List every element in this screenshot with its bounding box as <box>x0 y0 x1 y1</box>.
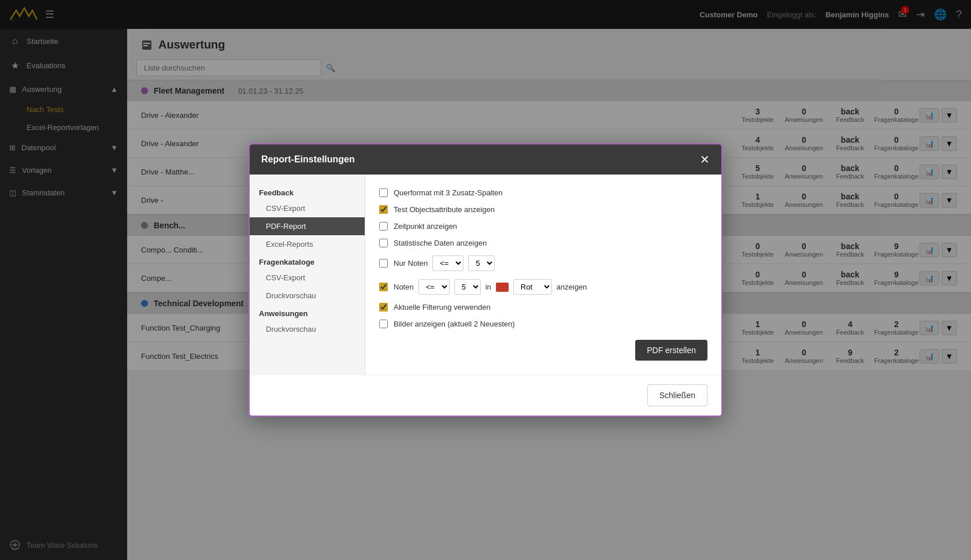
querformat-label: Querformat mit 3 Zusatz-Spalten <box>394 188 503 197</box>
nur-noten-value-select[interactable]: 512346 <box>468 255 495 271</box>
aktuelle-filterung-label: Aktuelle Filterung verwenden <box>394 303 491 311</box>
modal-group-feedback: Feedback <box>250 184 365 199</box>
option-test-objectsattribute: Test Objectsattribute anzeigen <box>379 205 707 214</box>
nur-noten-controls: Nur Noten <=>== 512346 <box>394 255 495 271</box>
modal-report-settings: Report-Einstellungen ✕ Feedback CSV-Expo… <box>249 143 722 417</box>
modal-item-csv-export-feedback[interactable]: CSV-Export <box>250 199 365 217</box>
option-noten: Noten <=>== 512346 in RotGelbGrünBlau an… <box>379 279 707 295</box>
noten-controls: Noten <=>== 512346 in RotGelbGrünBlau an… <box>394 279 587 295</box>
option-nur-noten: Nur Noten <=>== 512346 <box>379 255 707 271</box>
noten-suffix-label: anzeigen <box>557 283 587 291</box>
modal-body: Feedback CSV-Export PDF-Report Excel-Rep… <box>250 175 721 374</box>
color-swatch-rot <box>496 283 509 292</box>
modal-group-fragenkataloge: Fragenkataloge <box>250 253 365 269</box>
modal-options-panel: Querformat mit 3 Zusatz-Spalten Test Obj… <box>365 175 721 374</box>
aktuelle-filterung-checkbox[interactable] <box>379 303 388 311</box>
zeitpunkt-checkbox[interactable] <box>379 222 388 231</box>
modal-footer: Schließen <box>250 374 721 416</box>
nur-noten-checkbox[interactable] <box>379 259 388 268</box>
noten-in-label: in <box>485 283 491 291</box>
modal-item-pdf-report[interactable]: PDF-Report <box>250 217 365 235</box>
pdf-action-row: PDF erstellen <box>379 340 707 361</box>
modal-item-druckvorschau-anw[interactable]: Druckvorschau <box>250 320 365 338</box>
noten-label: Noten <box>394 283 414 291</box>
statistische-label: Statistische Daten anzeigen <box>394 239 487 247</box>
nur-noten-label: Nur Noten <box>394 259 428 268</box>
modal-header: Report-Einstellungen ✕ <box>250 144 721 175</box>
noten-checkbox[interactable] <box>379 283 388 291</box>
option-querformat: Querformat mit 3 Zusatz-Spalten <box>379 188 707 197</box>
test-objectsattribute-checkbox[interactable] <box>379 205 388 214</box>
modal-overlay[interactable]: Report-Einstellungen ✕ Feedback CSV-Expo… <box>0 0 971 560</box>
modal-sidebar: Feedback CSV-Export PDF-Report Excel-Rep… <box>250 175 365 374</box>
modal-title: Report-Einstellungen <box>261 154 355 165</box>
nur-noten-operator-select[interactable]: <=>== <box>432 255 464 271</box>
test-objectsattribute-label: Test Objectsattribute anzeigen <box>394 205 495 214</box>
option-aktuelle-filterung: Aktuelle Filterung verwenden <box>379 303 707 311</box>
zeitpunkt-label: Zeitpunkt anzeigen <box>394 222 457 231</box>
modal-item-druckvorschau-fragen[interactable]: Druckvorschau <box>250 287 365 305</box>
querformat-checkbox[interactable] <box>379 188 388 197</box>
option-bilder: Bilder anzeigen (aktuell 2 Neuesten) <box>379 320 707 328</box>
noten-color-select[interactable]: RotGelbGrünBlau <box>513 279 552 295</box>
noten-operator-select[interactable]: <=>== <box>418 279 450 295</box>
bilder-checkbox[interactable] <box>379 320 388 328</box>
modal-item-excel-reports[interactable]: Excel-Reports <box>250 235 365 253</box>
option-statistische: Statistische Daten anzeigen <box>379 239 707 247</box>
schliessen-button[interactable]: Schließen <box>647 384 707 406</box>
statistische-checkbox[interactable] <box>379 239 388 247</box>
option-zeitpunkt: Zeitpunkt anzeigen <box>379 222 707 231</box>
modal-close-button[interactable]: ✕ <box>700 153 710 166</box>
modal-item-csv-export-fragen[interactable]: CSV-Export <box>250 269 365 287</box>
bilder-label: Bilder anzeigen (aktuell 2 Neuesten) <box>394 320 515 328</box>
modal-group-anweisungen: Anweisungen <box>250 305 365 320</box>
noten-value-select[interactable]: 512346 <box>454 279 481 295</box>
pdf-erstellen-button[interactable]: PDF erstellen <box>635 340 707 361</box>
